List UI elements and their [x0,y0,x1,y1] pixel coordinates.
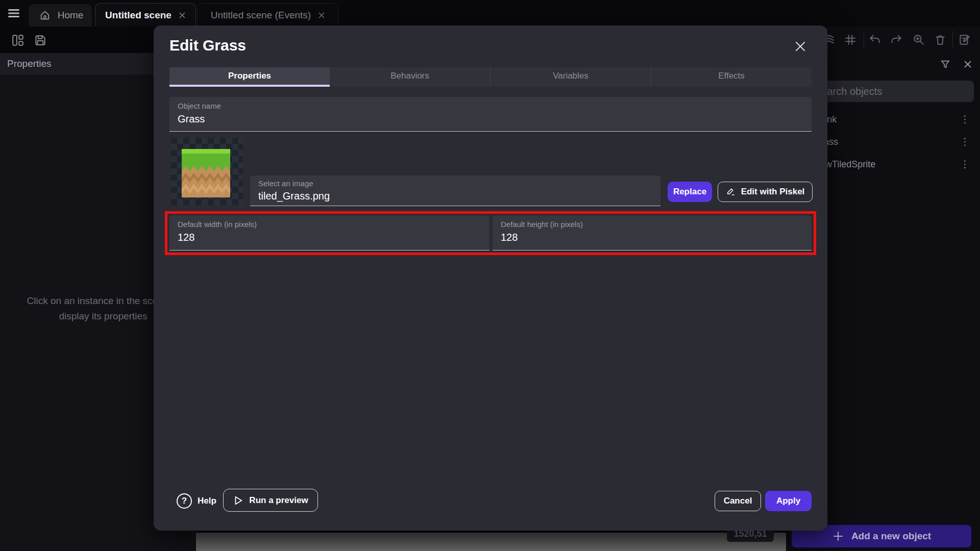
secondary-toolbar [0,29,153,52]
plus-icon [832,530,844,542]
trash-icon[interactable] [933,33,947,47]
edit-with-piskel-button[interactable]: Edit with Piskel [718,182,813,202]
tab-behaviors[interactable]: Behaviors [330,67,490,87]
redo-icon[interactable] [889,33,903,47]
tab-properties[interactable]: Properties [169,67,330,87]
properties-panel-title: Properties [7,58,52,69]
home-icon [37,8,53,23]
sprite-thumbnail[interactable] [171,138,243,205]
replace-button[interactable]: Replace [668,182,712,202]
dialog-title: Edit Grass [169,37,246,54]
tab-variables[interactable]: Variables [490,67,651,87]
toolbar-divider [864,31,864,49]
tab-home[interactable]: Home [29,4,92,27]
pencil-icon [726,187,736,197]
save-icon[interactable] [33,33,48,48]
top-tab-bar: Home Untitled scene Untitled scene (Even… [0,0,980,27]
default-width-field[interactable]: Default width (in pixels) 128 [169,215,489,251]
select-image-field[interactable]: Select an image tiled_Grass.png [250,176,660,206]
tab-events-close-icon[interactable] [318,12,325,19]
toolbar-divider [952,31,953,49]
edit-object-dialog: Edit Grass Properties Behaviors Variable… [154,26,827,531]
grid-icon[interactable] [843,33,857,47]
object-name-field[interactable]: Object name Grass [169,97,812,132]
hamburger-menu-icon[interactable] [7,7,20,20]
undo-icon[interactable] [868,33,882,47]
edit-notes-icon[interactable] [958,33,972,47]
close-panel-icon[interactable] [961,57,975,71]
dialog-tab-bar: Properties Behaviors Variables Effects [169,67,812,87]
tab-effects[interactable]: Effects [651,67,812,87]
object-menu-icon[interactable]: ⋮ [960,153,970,176]
app-window: Home Untitled scene Untitled scene (Even… [0,0,980,551]
help-button[interactable]: Help [198,493,216,509]
cancel-button[interactable]: Cancel [715,491,761,511]
dialog-close-icon[interactable] [793,39,808,54]
grass-tile-image [181,149,231,197]
help-icon[interactable]: ? [177,493,192,509]
zoom-in-icon[interactable] [912,33,926,47]
tab-scene-label: Untitled scene [105,10,172,21]
filter-icon[interactable] [938,57,952,71]
default-height-field[interactable]: Default height (in pixels) 128 [493,215,812,251]
panel-layout-icon[interactable] [10,33,26,48]
object-menu-icon[interactable]: ⋮ [960,131,970,153]
tab-events-label: Untitled scene (Events) [211,10,311,21]
apply-button[interactable]: Apply [765,491,812,511]
tab-scene-close-icon[interactable] [179,12,186,19]
tab-untitled-scene[interactable]: Untitled scene [95,3,196,27]
run-preview-button[interactable]: Run a preview [223,489,318,512]
tab-untitled-scene-events[interactable]: Untitled scene (Events) [197,3,339,27]
search-objects-input[interactable]: Search objects [806,81,974,102]
tab-home-label: Home [58,10,84,21]
play-icon [233,495,244,506]
scene-canvas[interactable] [196,533,786,551]
object-menu-icon[interactable]: ⋮ [960,108,970,131]
